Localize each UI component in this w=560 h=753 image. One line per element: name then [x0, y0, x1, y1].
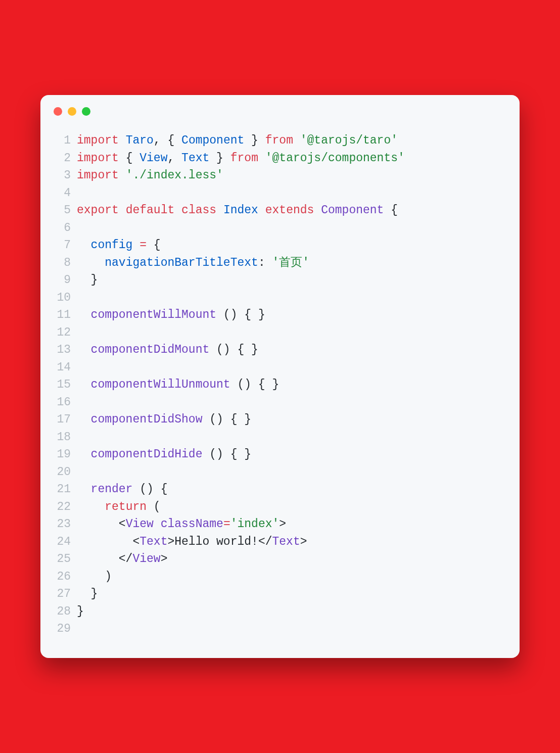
code-line[interactable]: 9 } — [50, 271, 503, 289]
line-number: 21 — [50, 481, 71, 498]
code-line[interactable]: 28} — [50, 603, 503, 621]
line-content: render () { — [77, 481, 167, 498]
code-line[interactable]: 15 componentWillUnmount () { } — [50, 376, 503, 394]
line-content: import { View, Text } from '@tarojs/comp… — [77, 150, 405, 167]
line-content: componentDidMount () { } — [77, 341, 258, 359]
line-number: 7 — [50, 237, 71, 254]
zoom-icon[interactable] — [82, 107, 90, 116]
line-content: import './index.less' — [77, 167, 223, 184]
code-line[interactable]: 8 navigationBarTitleText: '首页' — [50, 254, 503, 272]
code-editor[interactable]: 1import Taro, { Component } from '@taroj… — [40, 118, 520, 658]
line-content: componentWillMount () { } — [77, 306, 265, 324]
code-line[interactable]: 19 componentDidHide () { } — [50, 446, 503, 463]
line-content: } — [77, 271, 98, 289]
line-content: <Text>Hello world!</Text> — [77, 533, 307, 551]
code-line[interactable]: 14 — [50, 359, 503, 376]
code-window: 1import Taro, { Component } from '@taroj… — [40, 95, 520, 658]
line-content: export default class Index extends Compo… — [77, 202, 398, 219]
code-line[interactable]: 4 — [50, 184, 503, 202]
line-number: 1 — [50, 132, 71, 150]
line-number: 12 — [50, 324, 71, 342]
line-number: 19 — [50, 446, 71, 463]
line-content: } — [77, 585, 98, 603]
code-line[interactable]: 18 — [50, 429, 503, 446]
line-number: 10 — [50, 289, 71, 307]
code-line[interactable]: 3import './index.less' — [50, 167, 503, 184]
window-titlebar — [40, 95, 520, 118]
line-number: 17 — [50, 411, 71, 429]
line-number: 2 — [50, 150, 71, 167]
line-content: config = { — [77, 237, 161, 254]
code-line[interactable]: 26 ) — [50, 568, 503, 586]
line-content: navigationBarTitleText: '首页' — [77, 254, 309, 272]
code-line[interactable]: 11 componentWillMount () { } — [50, 306, 503, 324]
line-content: componentDidShow () { } — [77, 411, 251, 429]
code-line[interactable]: 16 — [50, 394, 503, 411]
line-content: componentWillUnmount () { } — [77, 376, 279, 394]
line-number: 16 — [50, 394, 71, 411]
line-number: 3 — [50, 167, 71, 184]
line-number: 14 — [50, 359, 71, 376]
code-line[interactable]: 5export default class Index extends Comp… — [50, 202, 503, 219]
line-content: componentDidHide () { } — [77, 446, 251, 463]
code-line[interactable]: 2import { View, Text } from '@tarojs/com… — [50, 150, 503, 167]
code-line[interactable]: 21 render () { — [50, 481, 503, 498]
line-content: } — [77, 603, 84, 621]
line-number: 27 — [50, 585, 71, 603]
code-line[interactable]: 20 — [50, 463, 503, 481]
minimize-icon[interactable] — [68, 107, 76, 116]
code-line[interactable]: 22 return ( — [50, 498, 503, 516]
code-line[interactable]: 23 <View className='index'> — [50, 515, 503, 533]
line-number: 20 — [50, 463, 71, 481]
close-icon[interactable] — [54, 107, 62, 116]
line-number: 6 — [50, 219, 71, 237]
line-content: ) — [77, 568, 112, 586]
line-number: 9 — [50, 271, 71, 289]
code-line[interactable]: 7 config = { — [50, 237, 503, 254]
code-line[interactable]: 24 <Text>Hello world!</Text> — [50, 533, 503, 551]
line-number: 23 — [50, 515, 71, 533]
code-line[interactable]: 13 componentDidMount () { } — [50, 341, 503, 359]
line-content: </View> — [77, 550, 167, 568]
line-number: 18 — [50, 429, 71, 446]
code-line[interactable]: 25 </View> — [50, 550, 503, 568]
line-number: 5 — [50, 202, 71, 219]
line-number: 13 — [50, 341, 71, 359]
line-number: 29 — [50, 620, 71, 638]
line-number: 22 — [50, 498, 71, 516]
line-number: 25 — [50, 550, 71, 568]
line-number: 28 — [50, 603, 71, 621]
line-content: import Taro, { Component } from '@tarojs… — [77, 132, 398, 150]
code-line[interactable]: 27 } — [50, 585, 503, 603]
code-line[interactable]: 1import Taro, { Component } from '@taroj… — [50, 132, 503, 150]
line-number: 8 — [50, 254, 71, 272]
line-number: 15 — [50, 376, 71, 394]
line-number: 26 — [50, 568, 71, 586]
code-line[interactable]: 12 — [50, 324, 503, 342]
line-number: 11 — [50, 306, 71, 324]
code-line[interactable]: 29 — [50, 620, 503, 638]
line-number: 24 — [50, 533, 71, 551]
line-number: 4 — [50, 184, 71, 202]
line-content: return ( — [77, 498, 161, 516]
line-content: <View className='index'> — [77, 515, 286, 533]
code-line[interactable]: 10 — [50, 289, 503, 307]
code-line[interactable]: 6 — [50, 219, 503, 237]
code-line[interactable]: 17 componentDidShow () { } — [50, 411, 503, 429]
